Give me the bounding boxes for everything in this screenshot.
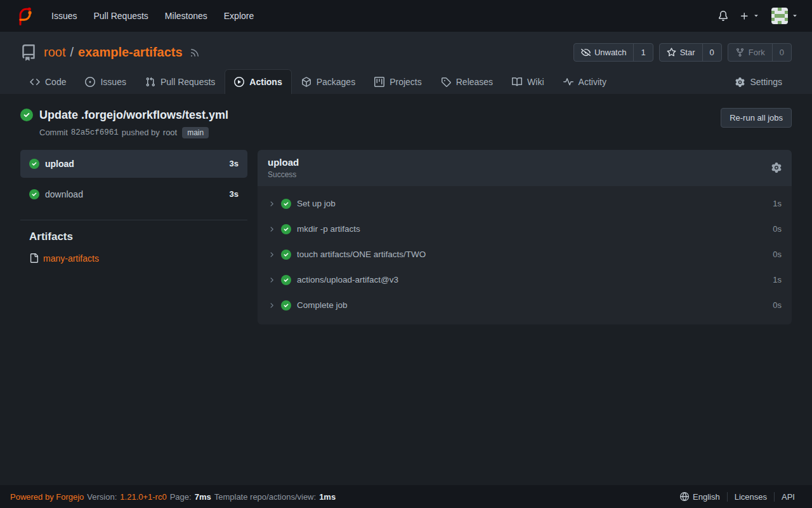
run-body: upload 3s download 3s Artifacts many-art… <box>20 150 792 324</box>
job-success-icon <box>29 159 39 169</box>
chevron-right-icon <box>268 251 275 258</box>
repo-owner-link[interactable]: root <box>44 45 65 60</box>
repo-path-separator: / <box>70 45 74 60</box>
job-success-icon <box>29 189 39 199</box>
top-navbar: Issues Pull Requests Milestones Explore <box>0 0 812 32</box>
nav-item-issues[interactable]: Issues <box>43 6 85 26</box>
footer-meta: Powered by Forgejo Version: 1.21.0+1-rc0… <box>10 492 336 502</box>
api-link[interactable]: API <box>774 492 802 502</box>
step-row-mkdir[interactable]: mkdir -p artifacts 0s <box>258 217 792 242</box>
notifications-button[interactable] <box>712 7 734 25</box>
version-link[interactable]: 1.21.0+1-rc0 <box>120 492 166 502</box>
job-detail-header: upload Success <box>258 150 792 186</box>
star-label: Star <box>680 48 695 57</box>
job-detail-panel: upload Success Set up job 1s mkdir -p ar… <box>258 150 792 324</box>
chevron-right-icon <box>268 302 275 309</box>
repo-tabs: Code Issues Pull Requests Actions Packag… <box>20 69 792 94</box>
create-new-button[interactable] <box>734 8 766 25</box>
job-options-gear-icon[interactable] <box>771 163 782 173</box>
job-name: upload <box>45 159 74 169</box>
run-header: Update .forgejo/workflows/test.yml Commi… <box>20 108 792 138</box>
run-title: Update .forgejo/workflows/test.yml <box>39 108 228 123</box>
play-circle-icon <box>234 77 244 87</box>
star-count[interactable]: 0 <box>702 44 721 61</box>
job-item-download[interactable]: download 3s <box>20 180 247 208</box>
globe-icon <box>680 492 689 501</box>
page-footer: Powered by Forgejo Version: 1.21.0+1-rc0… <box>0 485 812 508</box>
footer-links: English Licenses API <box>673 492 802 502</box>
repo-action-buttons: Unwatch 1 Star 0 Fork <box>573 43 792 62</box>
nav-item-explore[interactable]: Explore <box>216 6 262 26</box>
rss-icon[interactable] <box>190 48 200 58</box>
job-duration: 3s <box>230 189 239 199</box>
commit-sha-link[interactable]: 82a5cf6961 <box>71 128 119 137</box>
language-selector[interactable]: English <box>673 492 727 502</box>
step-success-icon <box>281 275 291 285</box>
bell-icon <box>718 11 728 21</box>
run-commit-line: Commit 82a5cf6961 pushed by root main <box>39 127 228 138</box>
page-time-value: 7ms <box>195 492 211 502</box>
star-button[interactable]: Star 0 <box>659 43 722 62</box>
artifact-link-many-artifacts[interactable]: many-artifacts <box>29 253 247 264</box>
tab-releases[interactable]: Releases <box>431 69 502 94</box>
repo-icon <box>20 44 37 61</box>
nav-item-pull-requests[interactable]: Pull Requests <box>85 6 156 26</box>
repo-name-link[interactable]: example-artifacts <box>78 45 183 60</box>
rerun-all-jobs-button[interactable]: Re-run all jobs <box>721 108 792 128</box>
tab-issues[interactable]: Issues <box>75 69 135 94</box>
fork-button[interactable]: Fork 0 <box>728 43 792 62</box>
project-board-icon <box>374 77 384 87</box>
caret-down-icon <box>791 12 799 20</box>
nav-item-milestones[interactable]: Milestones <box>157 6 216 26</box>
step-row-complete[interactable]: Complete job 0s <box>258 293 792 318</box>
unwatch-button[interactable]: Unwatch 1 <box>573 43 653 62</box>
commit-author-link[interactable]: root <box>163 128 177 137</box>
licenses-link[interactable]: Licenses <box>727 492 774 502</box>
template-time-value: 1ms <box>319 492 336 502</box>
step-success-icon <box>281 250 291 260</box>
template-time-label: Template repo/actions/view: <box>214 492 316 502</box>
user-menu-button[interactable] <box>766 4 804 28</box>
fork-count[interactable]: 0 <box>772 44 791 61</box>
step-success-icon <box>281 224 291 234</box>
job-steps-list: Set up job 1s mkdir -p artifacts 0s touc… <box>258 186 792 324</box>
tab-packages[interactable]: Packages <box>292 69 365 94</box>
caret-down-icon <box>752 12 760 20</box>
run-success-icon <box>20 109 33 121</box>
job-sidebar: upload 3s download 3s Artifacts many-art… <box>20 150 247 264</box>
language-label: English <box>693 492 720 502</box>
watch-count[interactable]: 1 <box>633 44 652 61</box>
pull-request-icon <box>145 77 155 87</box>
powered-by-link[interactable]: Powered by Forgejo <box>10 492 84 502</box>
tab-activity[interactable]: Activity <box>554 69 616 94</box>
tab-actions[interactable]: Actions <box>225 69 291 94</box>
artifact-name: many-artifacts <box>43 253 99 264</box>
pushed-by-label: pushed by <box>122 128 160 137</box>
sidebar-divider <box>20 220 247 220</box>
step-row-setup[interactable]: Set up job 1s <box>258 191 792 217</box>
tab-wiki[interactable]: Wiki <box>502 69 553 94</box>
job-detail-status: Success <box>268 170 299 179</box>
commit-label: Commit <box>39 128 68 137</box>
step-row-upload-artifact[interactable]: actions/upload-artifact@v3 1s <box>258 267 792 293</box>
tab-pull-requests[interactable]: Pull Requests <box>136 69 225 94</box>
forgejo-logo[interactable] <box>11 5 33 27</box>
issue-icon <box>85 77 95 87</box>
artifacts-heading: Artifacts <box>29 231 247 243</box>
tab-code[interactable]: Code <box>20 69 75 94</box>
book-icon <box>512 77 522 87</box>
tab-projects[interactable]: Projects <box>365 69 431 94</box>
tab-settings[interactable]: Settings <box>726 69 792 94</box>
job-name: download <box>45 189 83 199</box>
job-item-upload[interactable]: upload 3s <box>20 150 247 178</box>
job-detail-name: upload <box>268 157 299 168</box>
unwatch-label: Unwatch <box>594 48 627 57</box>
plus-icon <box>740 11 749 21</box>
repo-header: root / example-artifacts Unwatch 1 <box>0 32 812 94</box>
step-row-touch[interactable]: touch artifacts/ONE artifacts/TWO 0s <box>258 242 792 267</box>
page-time-label: Page: <box>170 492 192 502</box>
chevron-right-icon <box>268 200 275 208</box>
chevron-right-icon <box>268 276 275 284</box>
branch-badge[interactable]: main <box>182 127 209 138</box>
run-title-block: Update .forgejo/workflows/test.yml Commi… <box>39 108 228 138</box>
